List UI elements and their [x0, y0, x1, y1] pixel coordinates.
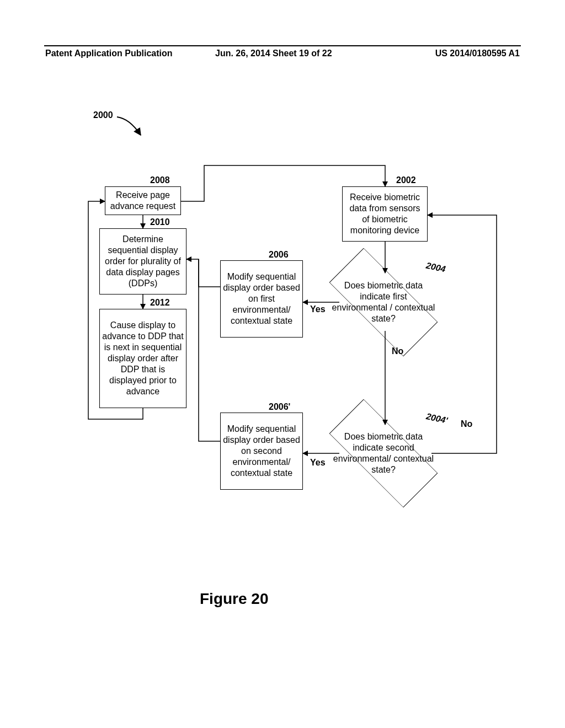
diamond-2004p-text: Does biometric data indicate second envi… [331, 409, 436, 497]
header-rule [44, 45, 521, 46]
diamond-2004-text: Does biometric data indicate first envir… [331, 258, 436, 346]
label-2008: 2008 [150, 175, 170, 185]
header-left: Patent Application Publication [45, 49, 173, 58]
box-2002: Receive biometric data from sensors of b… [342, 186, 428, 242]
edge-yes-1: Yes [310, 304, 326, 314]
diamond-2004: Does biometric data indicate first envir… [331, 258, 436, 346]
label-2010: 2010 [150, 217, 170, 227]
box-2010: Determine sequential display order for p… [99, 228, 186, 295]
box-2012: Cause display to advance to DDP that is … [99, 309, 186, 408]
box-2008: Receive page advance request [105, 186, 181, 215]
flow-ref-label: 2000 [93, 110, 113, 120]
label-2006p: 2006' [269, 402, 290, 412]
header-center: Jun. 26, 2014 Sheet 19 of 22 [215, 49, 332, 58]
label-2012: 2012 [150, 298, 170, 308]
label-2006: 2006 [269, 250, 289, 260]
box-2006p: Modify sequential display order based on… [220, 413, 303, 490]
edge-yes-2: Yes [310, 458, 326, 468]
figure-caption: Figure 20 [200, 590, 268, 608]
diamond-2004p: Does biometric data indicate second envi… [331, 409, 436, 497]
header-right: US 2014/0180595 A1 [435, 49, 520, 58]
flow-connectors [0, 0, 565, 728]
label-2002: 2002 [396, 175, 416, 185]
edge-no-1: No [392, 346, 403, 356]
box-2006: Modify sequential display order based on… [220, 260, 303, 338]
edge-no-2: No [461, 419, 472, 429]
